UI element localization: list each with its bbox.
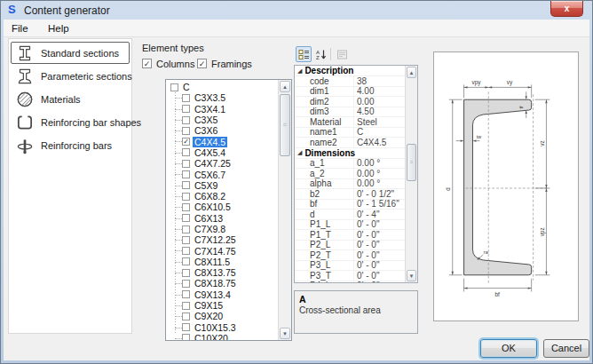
tree-item-checkbox[interactable] — [182, 160, 190, 168]
tree-item-checkbox[interactable] — [182, 247, 190, 255]
scroll-down-arrow-icon[interactable]: ▼ — [407, 270, 416, 281]
framings-checkbox[interactable] — [197, 59, 207, 68]
sidebar-item-reinforcing-bars[interactable]: Reinforcing bars — [11, 134, 130, 156]
property-row[interactable]: P2_L0' - 0" — [295, 241, 405, 251]
tree-scrollbar-thumb[interactable] — [280, 94, 290, 156]
property-row[interactable]: a_10.00 ° — [295, 159, 405, 170]
property-row[interactable]: P1_L0' - 0" — [295, 220, 405, 231]
tree-item[interactable]: C8X11.5 — [169, 257, 278, 267]
columns-checkbox[interactable] — [142, 59, 152, 68]
tree-item[interactable]: C3X4.1 — [169, 104, 278, 115]
property-row[interactable]: dim14.00 — [295, 87, 405, 98]
categorized-icon[interactable] — [296, 46, 312, 62]
property-value[interactable]: 0' - 0" — [353, 271, 405, 281]
property-row[interactable]: bf0' - 1 5/16" — [295, 200, 405, 210]
category-expander-icon[interactable]: ◢ — [295, 67, 304, 75]
menu-file[interactable]: File — [4, 20, 36, 36]
tree-item[interactable]: C7X12.25 — [169, 234, 278, 245]
sort-alphabetical-icon[interactable]: A Z — [312, 46, 328, 62]
tree-item[interactable]: C7X9.8 — [169, 224, 278, 234]
tree-scrollbar[interactable]: ▲ ▼ — [278, 80, 291, 340]
tree-item[interactable]: C9X20 — [169, 311, 278, 321]
property-value[interactable]: 0' - 0" — [353, 250, 405, 260]
property-row[interactable]: P3_L0' - 0" — [295, 261, 405, 272]
property-value[interactable]: 0' - 0 1/2" — [353, 189, 405, 199]
property-row[interactable]: code38 — [295, 76, 405, 87]
property-row[interactable]: dim34.50 — [295, 107, 405, 118]
tree-item[interactable]: C3X6 — [169, 125, 278, 136]
tree-item[interactable]: C4X7.25 — [169, 158, 278, 169]
property-value[interactable]: 0' - 0" — [353, 219, 405, 229]
property-value[interactable]: 0' - 1 5/16" — [353, 199, 405, 209]
tree-item-checkbox[interactable] — [182, 257, 190, 265]
tree-item-checkbox[interactable] — [182, 313, 190, 320]
property-row[interactable]: name2C4X4.5 — [295, 138, 405, 148]
property-value[interactable]: 0.00 ° — [353, 169, 405, 178]
property-value[interactable]: 0' - 0" — [353, 240, 405, 249]
tree-item-checkbox[interactable] — [182, 323, 190, 331]
property-value[interactable]: 0' - 0" — [353, 230, 405, 240]
property-value[interactable]: 4.50 — [353, 107, 405, 116]
tree-item[interactable]: C8X18.75 — [169, 278, 278, 289]
property-row[interactable]: MaterialSteel — [295, 117, 405, 128]
tree-item-checkbox[interactable] — [182, 127, 190, 135]
scroll-up-arrow-icon[interactable]: ▲ — [280, 81, 290, 92]
property-value[interactable]: 4.00 — [353, 86, 405, 96]
tree-item[interactable]: C4X5.4 — [169, 147, 278, 158]
property-value[interactable]: 0' - 0" — [353, 281, 405, 282]
property-value[interactable]: 0.00 ° — [353, 158, 405, 168]
tree-item[interactable]: C5X6.7 — [169, 169, 278, 179]
tree-item-checkbox[interactable] — [182, 94, 190, 102]
tree-item-checkbox[interactable] — [182, 226, 190, 233]
titlebar[interactable]: S Content generator x — [1, 1, 592, 20]
property-value[interactable]: 0.00 ° — [353, 178, 405, 188]
property-row[interactable]: P1_T0' - 0" — [295, 230, 405, 241]
property-row[interactable]: alpha0.00 ° — [295, 179, 405, 190]
property-row[interactable]: dim20.00 — [295, 97, 405, 107]
tree-item-checkbox[interactable] — [182, 290, 190, 298]
sidebar-item-reinforcing-bar-shapes[interactable]: Reinforcing bar shapes — [11, 111, 130, 133]
property-value[interactable]: 0' - 4" — [353, 210, 405, 219]
property-grid-scrollbar[interactable]: ▲ ▼ — [405, 66, 417, 282]
close-button[interactable]: x — [550, 1, 583, 17]
tree-item-checkbox[interactable] — [182, 193, 190, 201]
property-row[interactable]: P4_L0' - 0" — [295, 281, 405, 283]
tree-item-checkbox[interactable] — [182, 269, 190, 277]
tree-item-checkbox[interactable] — [182, 236, 190, 244]
tree-item[interactable]: C8X13.75 — [169, 267, 278, 278]
property-scrollbar-thumb[interactable] — [407, 144, 416, 181]
tree-item-checkbox[interactable] — [182, 116, 190, 124]
scroll-up-arrow-icon[interactable]: ▲ — [407, 67, 416, 78]
tree-root-item[interactable]: C — [169, 82, 278, 92]
sidebar-item-parametric-sections[interactable]: Parameteric sections — [11, 65, 130, 87]
tree-item[interactable]: C7X14.75 — [169, 245, 278, 256]
property-value[interactable]: C — [353, 127, 405, 137]
tree-item-checkbox[interactable] — [182, 138, 190, 146]
property-row[interactable]: P2_T0' - 0" — [295, 250, 405, 261]
tree-item-checkbox[interactable] — [182, 170, 190, 178]
tree-item[interactable]: C6X10.5 — [169, 202, 278, 212]
tree-item-checkbox[interactable] — [182, 302, 190, 310]
category-expander-icon[interactable]: ◢ — [295, 149, 304, 156]
tree-item[interactable]: C6X8.2 — [169, 191, 278, 202]
property-value[interactable]: 0.00 — [353, 97, 405, 107]
property-row[interactable]: d0' - 4" — [295, 210, 405, 220]
property-row[interactable]: P3_T0' - 0" — [295, 271, 405, 281]
tree-item-checkbox[interactable] — [182, 105, 190, 113]
tree-item-checkbox[interactable] — [182, 181, 190, 189]
tree-item[interactable]: C10X20 — [169, 333, 278, 340]
tree-item[interactable]: C10X15.3 — [169, 322, 278, 333]
tree-item[interactable]: C5X9 — [169, 180, 278, 191]
menu-help[interactable]: Help — [40, 20, 77, 36]
tree-item-checkbox[interactable] — [182, 148, 190, 156]
property-category-row[interactable]: ◢Description — [295, 66, 405, 76]
property-category-row[interactable]: ◢Dimensions — [295, 148, 405, 159]
tree-item[interactable]: C3X5 — [169, 115, 278, 125]
tree-item[interactable]: C4X4.5 — [169, 136, 278, 146]
property-row[interactable]: a_20.00 ° — [295, 169, 405, 179]
property-value[interactable]: C4X4.5 — [353, 138, 405, 147]
property-value[interactable]: 38 — [353, 76, 405, 86]
tree-item-checkbox[interactable] — [182, 280, 190, 288]
property-value[interactable]: 0' - 0" — [353, 260, 405, 270]
tree-root-checkbox[interactable] — [170, 83, 178, 91]
